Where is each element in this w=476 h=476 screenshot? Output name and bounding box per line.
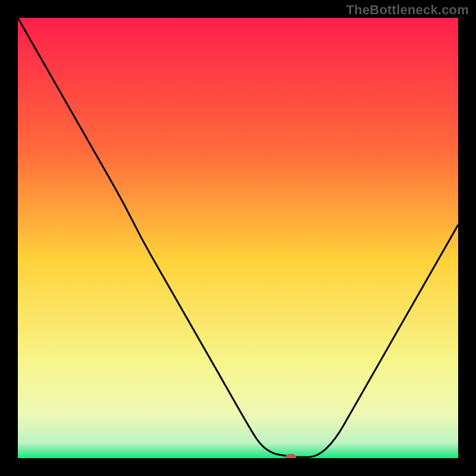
watermark-text: TheBottleneck.com [346, 2, 469, 18]
bottleneck-chart [18, 18, 458, 458]
plot-background [18, 18, 458, 458]
chart-frame: TheBottleneck.com [0, 0, 476, 476]
